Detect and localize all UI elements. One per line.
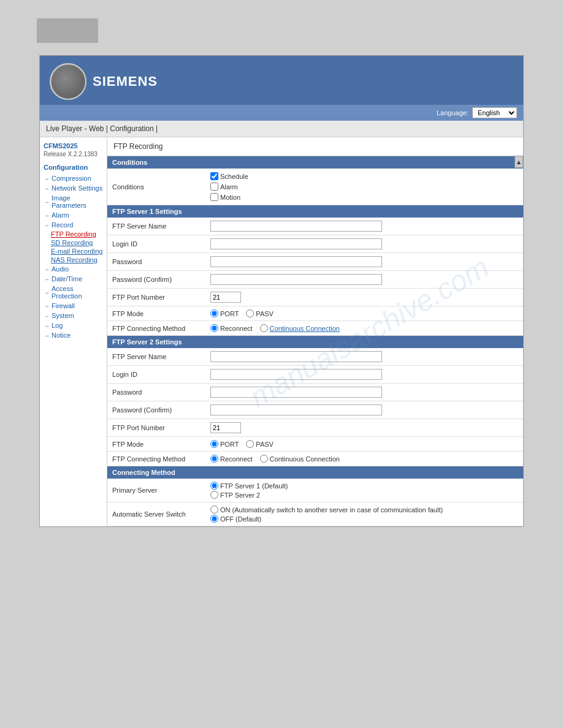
arrow-icon: → (44, 175, 50, 182)
ftp1-port-cell (205, 289, 523, 306)
ftp1-server-name-row: FTP Server Name (107, 218, 523, 235)
sidebar-item-log[interactable]: → Log (44, 320, 103, 330)
ftp2-login-id-cell (205, 366, 523, 384)
page-wrapper: SIEMENS Language: English Deutsch França… (0, 0, 563, 728)
auto-switch-off-radio[interactable] (210, 515, 218, 523)
primary-ftp1-label: FTP Server 1 (Default) (220, 482, 288, 490)
arrow-icon: → (44, 332, 50, 339)
ftp1-mode-pasv-radio[interactable] (246, 309, 254, 317)
sidebar: CFMS2025 Release X.2.2.1383 Configuratio… (40, 137, 107, 526)
sidebar-item-system[interactable]: → System (44, 311, 103, 320)
sidebar-item-datetime[interactable]: → Date/Time (44, 274, 103, 284)
ftp2-port-input[interactable] (210, 422, 241, 433)
ftp2-continuous-radio[interactable] (260, 455, 268, 463)
ftp1-password-confirm-input[interactable] (210, 274, 382, 285)
auto-switch-on-radio[interactable] (210, 506, 218, 514)
language-select[interactable]: English Deutsch Français Español (472, 107, 517, 118)
ftp2-reconnect-radio[interactable] (210, 455, 218, 463)
ftp1-reconnect-label: Reconnect (220, 325, 253, 332)
sidebar-subitem-email-recording[interactable]: E-mail Recording (44, 247, 103, 256)
auto-switch-off-item[interactable]: OFF (Default) (210, 515, 518, 523)
ftp2-login-id-input[interactable] (210, 369, 382, 380)
ftp1-mode-pasv-item[interactable]: PASV (246, 309, 274, 317)
sidebar-subitem-nas-recording[interactable]: NAS Recording (44, 256, 103, 264)
ftp1-server-name-input[interactable] (210, 221, 382, 232)
ftp1-reconnect-item[interactable]: Reconnect (210, 324, 253, 332)
sidebar-item-access-protection[interactable]: → Access Protection (44, 284, 103, 301)
ftp1-mode-port-item[interactable]: PORT (210, 309, 239, 317)
alarm-label: Alarm (220, 183, 238, 191)
sidebar-item-network-settings[interactable]: → Network Settings (44, 183, 103, 193)
ftp2-password-label: Password (107, 384, 205, 401)
section-header-ftp2: FTP Server 2 Settings (107, 336, 523, 348)
primary-ftp1-item[interactable]: FTP Server 1 (Default) (210, 482, 518, 490)
ftp1-port-row: FTP Port Number (107, 289, 523, 306)
ftp2-port-row: FTP Port Number (107, 419, 523, 437)
sidebar-item-notice[interactable]: → Notice (44, 330, 103, 340)
alarm-checkbox-item[interactable]: Alarm (210, 182, 518, 191)
ftp1-port-input[interactable] (210, 292, 241, 303)
auto-switch-cell: ON (Automatically switch to another serv… (205, 502, 523, 526)
primary-ftp2-radio[interactable] (210, 491, 218, 499)
sidebar-item-firewall[interactable]: → Firewall (44, 301, 103, 311)
sidebar-item-audio[interactable]: → Audio (44, 264, 103, 274)
alarm-checkbox[interactable] (210, 183, 218, 191)
schedule-label: Schedule (220, 173, 248, 180)
ftp2-port-label: FTP Port Number (107, 419, 205, 437)
ftp1-reconnect-radio[interactable] (210, 324, 218, 332)
motion-checkbox-item[interactable]: Motion (210, 192, 518, 202)
ftp2-server-name-input[interactable] (210, 351, 382, 362)
ftp2-mode-row: FTP Mode PORT PASV (107, 437, 523, 452)
primary-server-row: Primary Server FTP Server 1 (Default) FT… (107, 479, 523, 502)
sidebar-item-image-parameters[interactable]: → Image Parameters (44, 193, 103, 210)
sidebar-label-network: Network Settings (52, 184, 102, 192)
ftp2-continuous-item[interactable]: Continuous Connection (260, 455, 340, 463)
arrow-icon: → (44, 212, 50, 219)
ftp1-login-id-input[interactable] (210, 238, 382, 249)
auto-switch-off-label: OFF (Default) (220, 515, 261, 523)
schedule-checkbox-item[interactable]: Schedule (210, 172, 518, 181)
ftp2-mode-port-radio[interactable] (210, 440, 218, 448)
app-version: Release X.2.2.1383 (44, 151, 103, 157)
ftp1-password-input[interactable] (210, 256, 382, 267)
arrow-icon: → (44, 222, 50, 229)
scroll-indicator[interactable]: ▲ (515, 156, 523, 168)
sidebar-label-alarm: Alarm (52, 211, 69, 219)
section-header-ftp1: FTP Server 1 Settings (107, 205, 523, 218)
content-area: CFMS2025 Release X.2.2.1383 Configuratio… (40, 137, 523, 526)
language-label: Language: (437, 109, 469, 116)
ftp2-mode-pasv-label: PASV (256, 441, 274, 448)
ftp2-reconnect-item[interactable]: Reconnect (210, 455, 253, 463)
ftp2-mode-port-label: PORT (220, 441, 239, 448)
primary-ftp2-item[interactable]: FTP Server 2 (210, 491, 518, 499)
connecting-method-table: Primary Server FTP Server 1 (Default) FT… (107, 479, 523, 526)
ftp2-mode-pasv-item[interactable]: PASV (246, 440, 274, 448)
auto-switch-on-item[interactable]: ON (Automatically switch to another serv… (210, 506, 518, 514)
ftp1-continuous-radio[interactable] (260, 324, 268, 332)
ftp2-continuous-label: Continuous Connection (270, 455, 340, 463)
ftp2-mode-port-item[interactable]: PORT (210, 440, 239, 448)
ftp2-password-confirm-cell (205, 401, 523, 419)
ftp2-connecting-method-label: FTP Connecting Method (107, 452, 205, 466)
sidebar-subitem-sd-recording[interactable]: SD Recording (44, 238, 103, 247)
nav-bar: Live Player - Web | Configuration | (40, 121, 523, 137)
conditions-checkboxes: Schedule Alarm Motion (205, 169, 523, 205)
motion-checkbox[interactable] (210, 193, 218, 201)
ftp1-mode-port-radio[interactable] (210, 309, 218, 317)
primary-ftp1-radio[interactable] (210, 482, 218, 490)
schedule-checkbox[interactable] (210, 172, 218, 180)
ftp1-table: FTP Server Name Login ID Password (107, 218, 523, 336)
ftp2-password-confirm-input[interactable] (210, 404, 382, 415)
ftp1-continuous-item[interactable]: Continuous Connection (260, 324, 340, 332)
sidebar-item-record[interactable]: → Record (44, 220, 103, 230)
sidebar-subitem-ftp-recording[interactable]: FTP Recording (44, 230, 103, 238)
sidebar-item-compression[interactable]: → Compression (44, 173, 103, 183)
arrow-icon: → (44, 289, 50, 296)
ftp2-mode-pasv-radio[interactable] (246, 440, 254, 448)
sidebar-label-audio: Audio (52, 265, 69, 273)
conditions-cell: Schedule Alarm Motion (210, 172, 518, 202)
ftp2-password-confirm-row: Password (Confirm) (107, 401, 523, 419)
sidebar-item-alarm[interactable]: → Alarm (44, 210, 103, 220)
sidebar-label-log: Log (52, 322, 63, 329)
ftp2-password-input[interactable] (210, 387, 382, 398)
